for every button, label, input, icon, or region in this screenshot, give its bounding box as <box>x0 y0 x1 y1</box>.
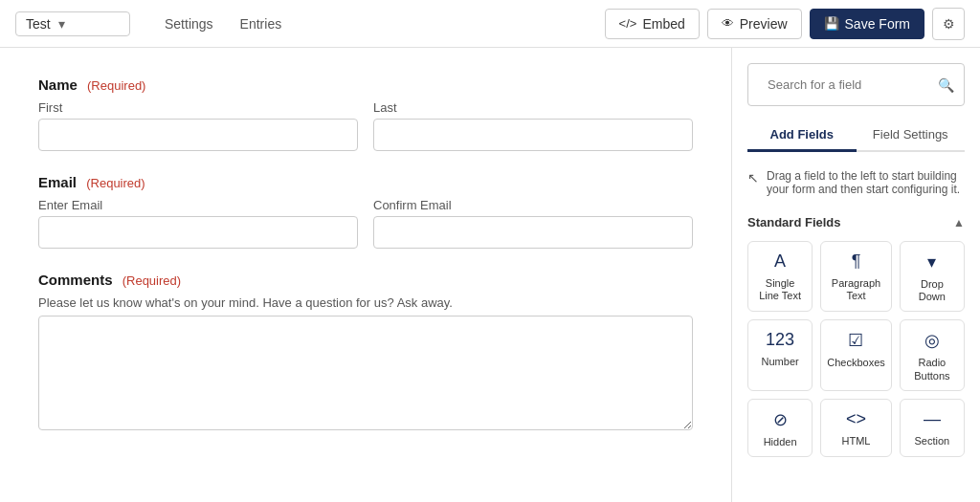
embed-button[interactable]: </> Embed <box>605 9 700 39</box>
field-card-single-line-text[interactable]: A Single Line Text <box>747 241 813 312</box>
collapse-icon[interactable]: ▲ <box>953 216 965 229</box>
last-name-input[interactable] <box>373 119 693 151</box>
comments-field-label: Comments (Required) <box>38 272 693 288</box>
comments-required-tag: (Required) <box>122 273 181 288</box>
drop-down-label: Drop Down <box>906 278 958 303</box>
confirm-email-wrap: Confirm Email <box>373 198 693 249</box>
drag-hint: ↖ Drag a field to the left to start buil… <box>747 165 965 200</box>
field-card-number[interactable]: 123 Number <box>747 319 813 390</box>
html-icon: <> <box>846 409 866 429</box>
field-card-radio-buttons[interactable]: ◎ Radio Buttons <box>900 319 965 390</box>
field-card-hidden[interactable]: ⊘ Hidden <box>747 399 813 457</box>
field-card-paragraph-text[interactable]: ¶ Paragraph Text <box>820 241 892 312</box>
header: Test ▾ Settings Entries </> Embed 👁 Prev… <box>0 0 980 48</box>
standard-fields-title: Standard Fields ▲ <box>747 215 965 229</box>
preview-button[interactable]: 👁 Preview <box>707 9 802 39</box>
name-field-label: Name (Required) <box>38 76 693 93</box>
paragraph-text-icon: ¶ <box>852 251 861 272</box>
settings-gear-button[interactable]: ⚙ <box>932 8 965 40</box>
single-line-text-label: Single Line Text <box>754 277 806 302</box>
field-search-box: 🔍 <box>747 63 965 106</box>
save-icon: 💾 <box>824 16 839 31</box>
sidebar-tabs: Add Fields Field Settings <box>747 120 965 152</box>
name-required-tag: (Required) <box>87 78 145 93</box>
number-icon: 123 <box>766 330 794 350</box>
checkboxes-icon: ☑ <box>848 330 863 351</box>
name-field-group: Name (Required) First Last <box>38 76 693 151</box>
enter-email-label: Enter Email <box>38 198 358 212</box>
field-grid: A Single Line Text ¶ Paragraph Text ▾ Dr… <box>747 241 965 457</box>
tab-field-settings[interactable]: Field Settings <box>857 120 966 152</box>
number-label: Number <box>762 356 799 368</box>
field-search-input[interactable] <box>758 70 932 99</box>
hidden-icon: ⊘ <box>773 409 788 430</box>
radio-buttons-icon: ◎ <box>924 330 940 351</box>
field-card-drop-down[interactable]: ▾ Drop Down <box>900 241 965 312</box>
section-icon: — <box>924 409 941 429</box>
email-required-tag: (Required) <box>86 176 145 190</box>
tab-add-fields[interactable]: Add Fields <box>747 120 857 152</box>
html-label: HTML <box>842 435 871 447</box>
gear-icon: ⚙ <box>943 16 955 32</box>
confirm-email-input[interactable] <box>373 216 693 249</box>
header-right: </> Embed 👁 Preview 💾 Save Form ⚙ <box>605 8 965 40</box>
field-card-html[interactable]: <> HTML <box>820 399 892 457</box>
main-content: Name (Required) First Last Email (Requir… <box>0 48 980 502</box>
settings-nav-link[interactable]: Settings <box>153 11 225 37</box>
field-card-section[interactable]: — Section <box>900 399 965 457</box>
form-selector[interactable]: Test ▾ <box>15 11 130 36</box>
radio-buttons-label: Radio Buttons <box>906 357 958 382</box>
comments-hint: Please let us know what's on your mind. … <box>38 295 693 310</box>
single-line-text-icon: A <box>774 251 786 272</box>
comments-field-group: Comments (Required) Please let us know w… <box>38 272 693 433</box>
paragraph-text-label: Paragraph Text <box>827 277 885 302</box>
email-field-group: Email (Required) Enter Email Confirm Ema… <box>38 174 693 249</box>
drop-down-icon: ▾ <box>927 251 936 273</box>
sidebar: 🔍 Add Fields Field Settings ↖ Drag a fie… <box>731 48 980 502</box>
first-sub-label: First <box>38 100 358 115</box>
enter-email-wrap: Enter Email <box>38 198 358 249</box>
comments-textarea[interactable] <box>38 316 693 430</box>
email-input-row: Enter Email Confirm Email <box>38 198 693 249</box>
first-name-wrap: First <box>38 100 358 151</box>
first-name-input[interactable] <box>38 119 358 151</box>
save-form-button[interactable]: 💾 Save Form <box>810 9 924 39</box>
confirm-email-label: Confirm Email <box>373 198 693 212</box>
last-sub-label: Last <box>373 100 693 115</box>
last-name-wrap: Last <box>373 100 693 151</box>
email-field-label: Email (Required) <box>38 174 693 190</box>
name-input-row: First Last <box>38 100 693 151</box>
search-icon: 🔍 <box>938 77 954 93</box>
field-card-checkboxes[interactable]: ☑ Checkboxes <box>820 319 892 390</box>
code-icon: </> <box>619 16 637 31</box>
form-name: Test <box>26 16 51 32</box>
eye-icon: 👁 <box>722 16 734 31</box>
chevron-down-icon: ▾ <box>58 16 65 32</box>
hidden-label: Hidden <box>764 436 797 448</box>
cursor-icon: ↖ <box>747 170 759 186</box>
header-nav: Settings Entries <box>153 11 293 37</box>
form-area: Name (Required) First Last Email (Requir… <box>0 48 731 502</box>
checkboxes-label: Checkboxes <box>827 357 885 369</box>
section-label: Section <box>915 435 950 447</box>
entries-nav-link[interactable]: Entries <box>229 11 294 37</box>
enter-email-input[interactable] <box>38 216 358 249</box>
